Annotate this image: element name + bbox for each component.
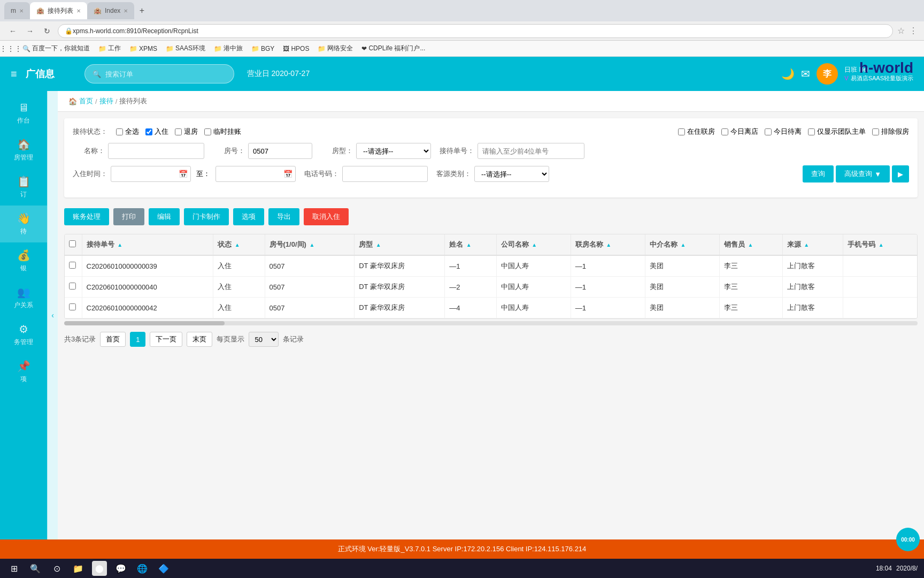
th-source[interactable]: 来源 ▲ — [782, 234, 843, 255]
tab-2-close[interactable]: ✕ — [76, 8, 81, 14]
sidebar-item-bank[interactable]: 💰 银 — [0, 242, 47, 279]
sidebar-item-desk[interactable]: 🖥 作台 — [0, 95, 47, 132]
reception-no-input[interactable] — [478, 143, 584, 159]
bookmark-hpos[interactable]: 🖼 HPOS — [280, 44, 312, 54]
bookmark-xpms[interactable]: 📁 XPMS — [126, 44, 160, 54]
checkbox-checkout-input[interactable] — [175, 128, 182, 135]
sidebar-item-management[interactable]: ⚙ 务管理 — [0, 316, 47, 353]
checkbox-checkin-input[interactable] — [145, 128, 152, 135]
th-agency[interactable]: 中介名称 ▲ — [645, 234, 719, 255]
bookmark-security[interactable]: 📁 网络安全 — [314, 43, 356, 54]
sidebar-item-rooms[interactable]: 🏠 房管理 — [0, 132, 47, 169]
select-all-checkbox[interactable] — [69, 240, 76, 247]
taskbar-chrome[interactable]: ⬤ — [92, 561, 107, 576]
more-button[interactable]: ▶ — [892, 165, 909, 182]
row-checkbox-2[interactable] — [69, 303, 76, 310]
taskbar-browser2[interactable]: 🌐 — [135, 561, 150, 576]
checkbox-inroom-input[interactable] — [678, 128, 685, 135]
btn-cancel-checkin[interactable]: 取消入住 — [304, 208, 349, 225]
taskbar-file[interactable]: 📁 — [71, 561, 86, 576]
checkbox-all[interactable]: 全选 — [116, 127, 139, 136]
hamburger-menu[interactable]: ≡ — [11, 68, 17, 80]
new-tab-button[interactable]: + — [134, 3, 149, 18]
forward-button[interactable]: → — [24, 25, 36, 37]
back-button[interactable]: ← — [6, 25, 19, 37]
bookmark-work[interactable]: 📁 工作 — [95, 43, 124, 54]
search-box[interactable]: 🔍 — [84, 64, 234, 83]
td-checkbox-0[interactable] — [65, 255, 82, 277]
apps-icon[interactable]: ⋮⋮⋮ — [4, 42, 17, 55]
current-page-button[interactable]: 1 — [130, 332, 145, 347]
query-button[interactable]: 查询 — [803, 165, 834, 182]
row-checkbox-0[interactable] — [69, 262, 76, 269]
checkbox-temp[interactable]: 临时挂账 — [204, 127, 241, 136]
table-row[interactable]: C20206010000000040 入住 0507 DT 豪华双床房 —2 中… — [65, 277, 917, 298]
th-company[interactable]: 公司名称 ▲ — [496, 234, 571, 255]
bookmark-baidu[interactable]: 🔍 百度一下，你就知道 — [19, 43, 93, 54]
th-reception-no[interactable]: 接待单号 ▲ — [82, 234, 213, 255]
checkbox-inroom[interactable]: 在住联房 — [678, 127, 715, 136]
moon-icon[interactable]: 🌙 — [781, 67, 795, 80]
last-page-button[interactable]: 末页 — [187, 332, 212, 347]
checkbox-team-input[interactable] — [808, 128, 815, 135]
sidebar-item-misc[interactable]: 📌 项 — [0, 353, 47, 390]
td-checkbox-1[interactable] — [65, 277, 82, 298]
th-name[interactable]: 姓名 ▲ — [445, 234, 496, 255]
checkbox-exclude-input[interactable] — [872, 128, 879, 135]
checkbox-checkin[interactable]: 入住 — [145, 127, 168, 136]
btn-print[interactable]: 打印 — [113, 208, 144, 225]
tab-2[interactable]: 🏨 接待列表 ✕ — [30, 2, 87, 19]
tab-3[interactable]: 🏨 Index ✕ — [87, 2, 134, 19]
btn-select[interactable]: 选项 — [233, 208, 264, 225]
mail-icon[interactable]: ✉ — [801, 67, 810, 80]
tab-1-close[interactable]: ✕ — [19, 8, 24, 14]
taskbar-wechat[interactable]: 💬 — [113, 561, 128, 576]
sidebar-collapse[interactable]: ‹ — [47, 91, 58, 539]
table-row[interactable]: C20206010000000039 入住 0507 DT 豪华双床房 —1 中… — [65, 255, 917, 277]
name-input[interactable] — [108, 143, 204, 159]
th-salesperson[interactable]: 销售员 ▲ — [719, 234, 782, 255]
breadcrumb-home[interactable]: 首页 — [79, 96, 93, 106]
td-checkbox-2[interactable] — [65, 298, 82, 318]
bookmark-cdplife[interactable]: ❤ CDPLife 福利门户... — [358, 43, 428, 54]
btn-checkout[interactable]: 账务处理 — [64, 208, 109, 225]
url-bar[interactable]: 🔒 xpms.h-world.com:8910/Reception/RcpnLi… — [58, 24, 893, 38]
reload-button[interactable]: ↻ — [41, 25, 53, 37]
advanced-query-button[interactable]: 高级查询 ▼ — [836, 165, 890, 182]
th-status[interactable]: 状态 ▲ — [213, 234, 265, 255]
checkbox-todayout[interactable]: 今日离店 — [721, 127, 758, 136]
tab-1[interactable]: m ✕ — [4, 2, 30, 19]
table-row[interactable]: C20206010000000042 入住 0507 DT 豪华双床房 —4 中… — [65, 298, 917, 318]
settings-icon[interactable]: ⋮ — [909, 26, 918, 36]
taskbar-cortana[interactable]: ⊙ — [49, 561, 64, 576]
horizontal-scrollbar[interactable] — [64, 321, 918, 325]
room-type-select[interactable]: --请选择-- — [356, 143, 431, 159]
tab-3-close[interactable]: ✕ — [124, 8, 128, 14]
row-checkbox-1[interactable] — [69, 283, 76, 290]
btn-export[interactable]: 导出 — [268, 208, 299, 225]
th-linked-room[interactable]: 联房名称 ▲ — [571, 234, 645, 255]
bookmark-star[interactable]: ☆ — [897, 26, 905, 36]
search-input[interactable] — [105, 70, 212, 78]
phone-input[interactable] — [342, 166, 428, 182]
sidebar-item-reception[interactable]: 👋 待 — [0, 206, 47, 242]
bookmark-bgy[interactable]: 📁 BGY — [248, 44, 278, 54]
checkbox-all-input[interactable] — [116, 128, 123, 135]
page-size-select[interactable]: 50 100 200 — [249, 332, 279, 347]
room-input[interactable] — [248, 143, 312, 159]
th-room-type[interactable]: 房型 ▲ — [355, 234, 445, 255]
checkbox-team[interactable]: 仅显示团队主单 — [808, 127, 866, 136]
taskbar-app[interactable]: 🔷 — [156, 561, 171, 576]
bookmark-saas[interactable]: 📁 SAAS环境 — [163, 43, 209, 54]
sidebar-item-crm[interactable]: 👥 户关系 — [0, 279, 47, 316]
th-room[interactable]: 房号(1/0/间) ▲ — [265, 234, 355, 255]
next-page-button[interactable]: 下一页 — [150, 332, 182, 347]
checkbox-todayin-input[interactable] — [765, 128, 772, 135]
first-page-button[interactable]: 首页 — [100, 332, 126, 347]
btn-edit[interactable]: 编辑 — [149, 208, 180, 225]
start-button[interactable]: ⊞ — [6, 561, 21, 576]
clock-widget[interactable]: 00:00 — [896, 528, 920, 551]
taskbar-search[interactable]: 🔍 — [28, 561, 43, 576]
checkbox-temp-input[interactable] — [204, 128, 211, 135]
breadcrumb-parent[interactable]: 接待 — [99, 96, 113, 106]
